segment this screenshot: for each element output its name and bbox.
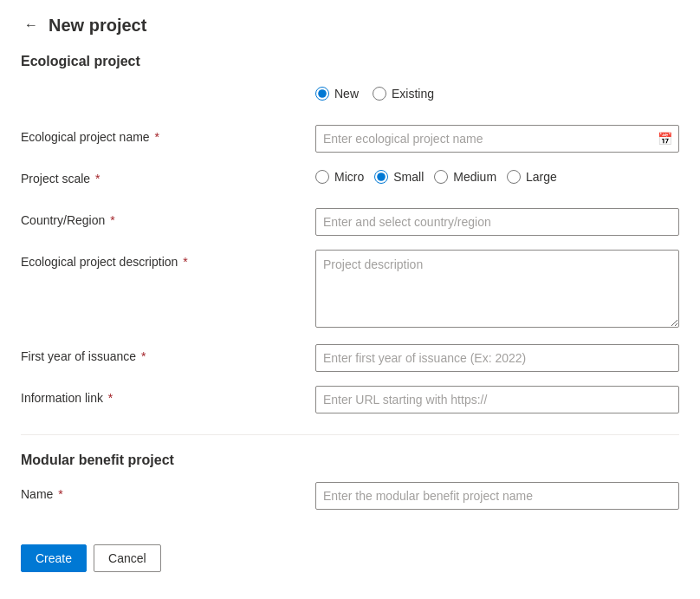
radio-input-large[interactable] [507, 170, 521, 184]
type-radio-group: New Existing [315, 83, 679, 101]
modular-name-field-area [315, 482, 679, 510]
button-row: Create Cancel [21, 531, 679, 572]
page-title: New project [49, 16, 146, 36]
name-input-wrapper: 📅 [315, 125, 679, 153]
page-header: ← New project [21, 14, 679, 36]
type-label-spacer [21, 83, 315, 88]
modular-section-title: Modular benefit project [21, 453, 679, 468]
modular-name-label: Name * [21, 482, 315, 501]
radio-label-micro: Micro [334, 170, 364, 184]
info-link-required: * [105, 391, 113, 405]
create-button[interactable]: Create [21, 544, 87, 572]
issuance-row: First year of issuance * [21, 344, 679, 372]
modular-name-required: * [55, 487, 62, 501]
type-row: New Existing [21, 83, 679, 111]
radio-input-small[interactable] [374, 170, 388, 184]
country-required: * [107, 213, 114, 227]
modular-section: Modular benefit project Name * [21, 453, 679, 510]
ecological-section-title: Ecological project [21, 54, 679, 69]
radio-input-micro[interactable] [315, 170, 329, 184]
ecological-section: Ecological project New Existing Ecologic… [21, 54, 679, 413]
radio-input-existing[interactable] [373, 87, 386, 101]
section-divider [21, 434, 679, 435]
radio-input-medium[interactable] [434, 170, 448, 184]
page-container: ← New project Ecological project New Exi… [0, 0, 700, 586]
name-row: Ecological project name * 📅 [21, 125, 679, 153]
modular-name-row: Name * [21, 482, 679, 510]
radio-label-small: Small [393, 170, 424, 184]
description-row: Ecological project description * [21, 250, 679, 330]
issuance-input[interactable] [315, 344, 679, 372]
back-button[interactable]: ← [21, 14, 42, 36]
scale-row: Project scale * Micro Small Medium Larg [21, 166, 679, 194]
country-row: Country/Region * [21, 208, 679, 236]
radio-option-micro[interactable]: Micro [315, 170, 364, 184]
radio-option-small[interactable]: Small [374, 170, 424, 184]
info-link-row: Information link * [21, 386, 679, 413]
back-arrow-icon: ← [24, 17, 38, 33]
radio-label-existing: Existing [392, 87, 434, 101]
country-input[interactable] [315, 208, 679, 236]
name-required: * [152, 130, 159, 144]
issuance-required: * [138, 349, 146, 363]
radio-label-medium: Medium [453, 170, 496, 184]
radio-option-existing[interactable]: Existing [373, 87, 434, 101]
description-field-area [315, 250, 679, 330]
name-label: Ecological project name * [21, 125, 315, 144]
country-label: Country/Region * [21, 208, 315, 227]
radio-option-new[interactable]: New [315, 87, 359, 101]
modular-name-input[interactable] [315, 482, 679, 510]
cancel-button[interactable]: Cancel [94, 544, 161, 572]
radio-label-large: Large [526, 170, 557, 184]
name-field-area: 📅 [315, 125, 679, 153]
description-label: Ecological project description * [21, 250, 315, 269]
info-link-field-area [315, 386, 679, 413]
info-link-label: Information link * [21, 386, 315, 405]
issuance-field-area [315, 344, 679, 372]
radio-input-new[interactable] [315, 87, 329, 101]
radio-option-medium[interactable]: Medium [434, 170, 496, 184]
calendar-icon: 📅 [658, 132, 672, 146]
description-input[interactable] [315, 250, 679, 328]
scale-radio-group: Micro Small Medium Large [315, 166, 679, 184]
issuance-label: First year of issuance * [21, 344, 315, 363]
ecological-project-name-input[interactable] [315, 125, 679, 153]
radio-label-new: New [334, 87, 359, 101]
country-field-area [315, 208, 679, 236]
radio-option-large[interactable]: Large [507, 170, 557, 184]
scale-label: Project scale * [21, 166, 315, 186]
scale-required: * [92, 172, 100, 186]
description-required: * [179, 255, 187, 269]
info-link-input[interactable] [315, 386, 679, 413]
